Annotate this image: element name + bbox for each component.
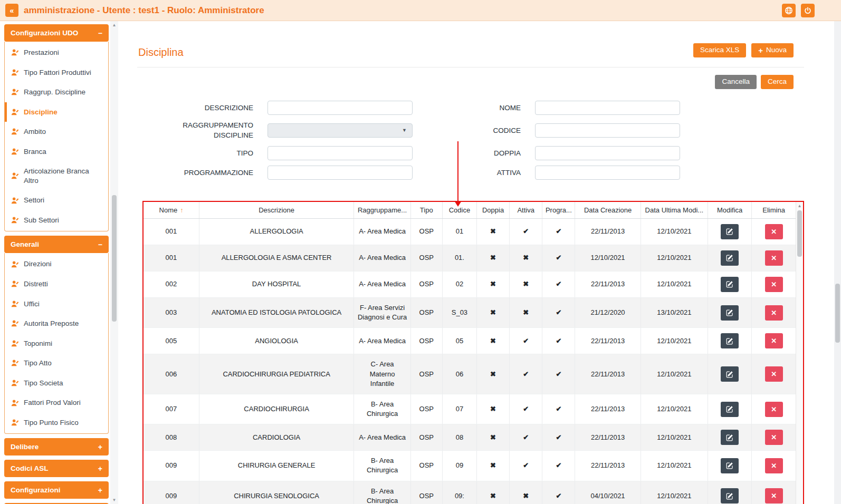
edit-button[interactable] (721, 250, 739, 266)
delete-button[interactable]: ✕ (765, 430, 783, 445)
sidebar-item-raggrup-discipline[interactable]: Raggrup. Discipline (5, 82, 108, 102)
logout-button[interactable] (801, 4, 815, 17)
nuova-button[interactable]: + Nuova (751, 43, 794, 57)
sidebar-section-header-delibere[interactable]: Delibere+ (4, 438, 109, 455)
language-button[interactable] (782, 4, 796, 17)
cell-elimina: ✕ (752, 297, 796, 327)
table-header-row: Nome↑DescrizioneRaggruppame...TipoCodice… (144, 202, 796, 219)
header-buttons: Scarica XLS + Nuova (693, 43, 794, 57)
user-icon (11, 172, 19, 180)
edit-button[interactable] (721, 224, 739, 239)
filter-input-nome[interactable] (535, 101, 680, 115)
delete-button[interactable]: ✕ (765, 250, 783, 266)
delete-button[interactable]: ✕ (765, 458, 783, 473)
main-content: Disciplina Scarica XLS + Nuova Cancella (118, 21, 841, 504)
filter-input-codice[interactable] (535, 123, 680, 138)
cerca-button[interactable]: Cerca (761, 75, 794, 89)
sidebar-item-tipo-punto-fisico[interactable]: Tipo Punto Fisico (5, 413, 108, 433)
section-label: Delibere (11, 443, 39, 451)
scroll-down-icon[interactable]: ▼ (110, 498, 118, 502)
sidebar-item-settori[interactable]: Settori (5, 190, 108, 210)
user-icon (11, 340, 19, 347)
sidebar-item-fattori-prod-valori[interactable]: Fattori Prod Valori (5, 393, 108, 413)
page-scrollbar-thumb[interactable] (835, 284, 840, 343)
cell-descrizione: CHIRURGIA SENOLOGICA (199, 481, 354, 504)
column-header-data-creazione[interactable]: Data Creazione (575, 202, 641, 219)
filter-input-doppia[interactable] (535, 146, 680, 160)
cell-codice: 06 (442, 354, 476, 394)
edit-button[interactable] (721, 366, 739, 382)
sidebar-item-label: Tipo Societa (24, 379, 63, 388)
column-header-modifica[interactable]: Modifica (708, 202, 752, 219)
column-header-raggruppame[interactable]: Raggruppame... (354, 202, 410, 219)
expand-section-icon[interactable]: + (98, 465, 102, 472)
expand-section-icon[interactable]: + (98, 487, 102, 494)
scarica-xls-button[interactable]: Scarica XLS (693, 43, 746, 57)
filter-input-attiva[interactable] (535, 166, 680, 180)
sidebar-section-header-configurazioni-udo[interactable]: Configurazioni UDO− (4, 24, 109, 42)
sidebar-item-tipo-societa[interactable]: Tipo Societa (5, 373, 108, 393)
sidebar-item-tipo-fattori-produttivi[interactable]: Tipo Fattori Produttivi (5, 63, 108, 83)
table-scrollbar-thumb[interactable] (797, 210, 802, 257)
column-header-progra[interactable]: Progra... (542, 202, 575, 219)
sidebar-item-autorita-preposte[interactable]: Autorita Preposte (5, 314, 108, 334)
sidebar-item-direzioni[interactable]: Direzioni (5, 254, 108, 274)
table-scrollbar[interactable]: ▲ (796, 202, 803, 504)
filter-input-programmazione[interactable] (267, 166, 413, 180)
column-header-data-ultima-modi[interactable]: Data Ultima Modi... (641, 202, 708, 219)
column-header-descrizione[interactable]: Descrizione (199, 202, 354, 219)
cancella-button[interactable]: Cancella (715, 75, 757, 89)
column-header-nome[interactable]: Nome↑ (144, 202, 199, 219)
edit-button[interactable] (721, 458, 739, 473)
sidebar-section-header-codici-asl[interactable]: Codici ASL+ (4, 460, 109, 477)
cell-codice: S_03 (442, 297, 476, 327)
page-scrollbar[interactable] (834, 21, 841, 504)
edit-button[interactable] (721, 488, 739, 503)
delete-button[interactable]: ✕ (765, 402, 783, 417)
delete-button[interactable]: ✕ (765, 333, 783, 348)
edit-button[interactable] (721, 333, 739, 348)
sidebar-item-sub-settori[interactable]: Sub Settori (5, 210, 108, 230)
collapse-sidebar-button[interactable]: « (5, 4, 18, 17)
delete-button[interactable]: ✕ (765, 277, 783, 292)
delete-button[interactable]: ✕ (765, 488, 783, 503)
sidebar-scrollbar-thumb[interactable] (112, 195, 117, 322)
column-header-tipo[interactable]: Tipo (410, 202, 442, 219)
column-header-attiva[interactable]: Attiva (510, 202, 542, 219)
sidebar-item-distretti[interactable]: Distretti (5, 274, 108, 294)
filter-input-descrizione[interactable] (267, 101, 413, 115)
delete-button[interactable]: ✕ (765, 366, 783, 382)
sidebar-item-tipo-atto[interactable]: Tipo Atto (5, 353, 108, 373)
sidebar-item-toponimi[interactable]: Toponimi (5, 334, 108, 354)
sidebar-item-articolazione-branca-altro[interactable]: Articolazione Branca Altro (5, 161, 108, 190)
edit-button[interactable] (721, 277, 739, 292)
sidebar-item-uffici[interactable]: Uffici (5, 294, 108, 314)
sidebar-item-prestazioni[interactable]: Prestazioni (5, 43, 108, 63)
filter-select-raggruppamento-discipline[interactable]: ▼ (267, 123, 413, 138)
collapse-section-icon[interactable]: − (98, 241, 102, 248)
sidebar-section-header-configurazioni[interactable]: Configurazioni+ (4, 481, 109, 499)
cell-codice: 09: (442, 481, 476, 504)
column-header-codice[interactable]: Codice (442, 202, 476, 219)
edit-button[interactable] (721, 305, 739, 321)
sidebar-scrollbar[interactable]: ▲ ▼ (110, 21, 118, 504)
delete-button[interactable]: ✕ (765, 305, 783, 321)
sort-ascending-icon[interactable]: ↑ (180, 207, 183, 214)
sidebar-item-discipline[interactable]: Discipline (5, 102, 108, 122)
cell-programmazione: ✔ (542, 354, 575, 394)
edit-button[interactable] (721, 402, 739, 417)
table-scroll-up-icon[interactable]: ▲ (796, 203, 803, 208)
sidebar-section-header-generali[interactable]: Generali− (4, 236, 109, 253)
cell-codice: 02 (442, 271, 476, 297)
collapse-section-icon[interactable]: − (98, 30, 102, 37)
delete-button[interactable]: ✕ (765, 224, 783, 239)
filter-input-tipo[interactable] (267, 146, 413, 160)
sidebar-item-branca[interactable]: Branca (5, 142, 108, 162)
column-header-doppia[interactable]: Doppia (477, 202, 510, 219)
edit-button[interactable] (721, 430, 739, 445)
expand-section-icon[interactable]: + (98, 443, 102, 451)
cell-nome: 002 (144, 271, 199, 297)
sidebar-item-ambito[interactable]: Ambito (5, 122, 108, 142)
scroll-up-icon[interactable]: ▲ (110, 23, 118, 27)
column-header-elimina[interactable]: Elimina (752, 202, 796, 219)
